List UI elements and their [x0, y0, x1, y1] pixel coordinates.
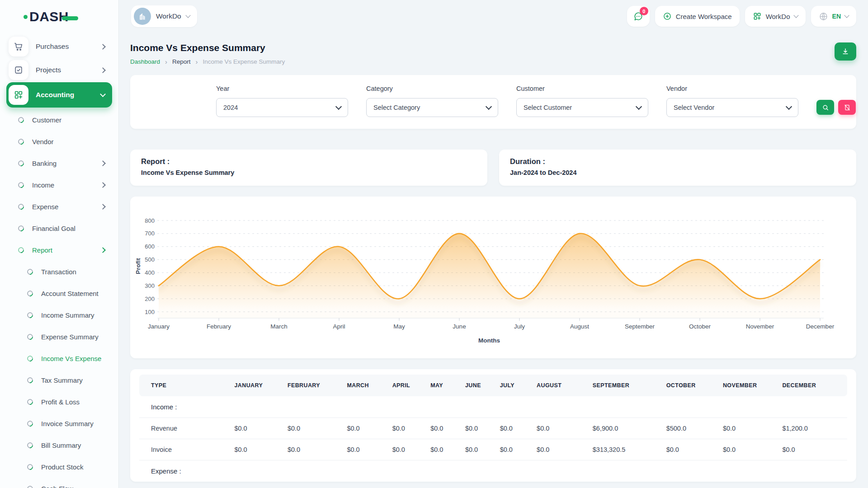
- sidebar-item-expense[interactable]: Expense: [6, 196, 112, 217]
- column-header-november: NOVEMBER: [718, 375, 778, 396]
- value-cell: $0.0: [495, 439, 532, 460]
- value-cell: $0.0: [718, 439, 778, 460]
- sidebar-item-bill-summary[interactable]: Bill Summary: [6, 435, 112, 455]
- report-card-title: Report :: [141, 157, 476, 166]
- sidebar-item-label: Tax Summary: [41, 376, 83, 384]
- y-axis-title: Profit: [135, 258, 142, 274]
- plus-circle-icon: [663, 12, 672, 21]
- breadcrumb-report[interactable]: Report: [172, 58, 191, 65]
- bullet-icon: [26, 267, 34, 276]
- value-cell: $0.0: [283, 418, 343, 439]
- search-icon: [822, 104, 829, 111]
- sidebar-item-label: Vendor: [32, 138, 54, 145]
- column-header-may: MAY: [426, 375, 461, 396]
- vendor-select-value: Select Vendor: [674, 104, 714, 111]
- value-cell: $0.0: [718, 418, 778, 439]
- sidebar-item-income-summary[interactable]: Income Summary: [6, 305, 112, 325]
- value-cell: $0.0: [426, 418, 461, 439]
- bullet-icon: [17, 181, 25, 189]
- sidebar-item-banking[interactable]: Banking: [6, 153, 112, 174]
- vendor-select[interactable]: Select Vendor: [666, 98, 798, 117]
- duration-card: Duration : Jan-2024 to Dec-2024: [499, 150, 856, 186]
- reset-filter-button[interactable]: [838, 100, 856, 115]
- sidebar-item-account-statement[interactable]: Account Statement: [6, 283, 112, 304]
- sidebar-item-customer[interactable]: Customer: [6, 109, 112, 130]
- y-tick-label: 300: [145, 282, 155, 289]
- sidebar-item-accounting[interactable]: Accounting: [6, 82, 112, 108]
- sidebar-item-transaction[interactable]: Transaction: [6, 261, 112, 282]
- column-header-april: APRIL: [388, 375, 426, 396]
- table-section-row-expense: Expense :: [139, 460, 847, 482]
- sidebar-item-invoice-summary[interactable]: Invoice Summary: [6, 413, 112, 434]
- duration-card-value: Jan-2024 to Dec-2024: [510, 169, 845, 176]
- sidebar-item-report[interactable]: Report: [6, 239, 112, 260]
- customer-select[interactable]: Select Customer: [516, 98, 648, 117]
- sidebar-item-projects[interactable]: Projects: [6, 59, 112, 81]
- chevron-down-icon: [793, 13, 798, 18]
- grid-plus-icon: [9, 85, 28, 105]
- sidebar-item-vendor[interactable]: Vendor: [6, 131, 112, 152]
- category-label: Category: [366, 85, 498, 92]
- profit-area-chart: 800700600500400300200100JanuaryFebruaryM…: [134, 206, 837, 355]
- value-cell: $0.0: [230, 418, 283, 439]
- bullet-icon: [26, 441, 34, 449]
- year-select[interactable]: 2024: [216, 98, 348, 117]
- y-tick-label: 700: [145, 230, 155, 237]
- sidebar-nav: PurchasesProjectsAccountingCustomerVendo…: [0, 35, 118, 488]
- sidebar-item-income[interactable]: Income: [6, 174, 112, 195]
- bullet-icon: [26, 419, 34, 427]
- breadcrumb-current: Income Vs Expense Summary: [203, 58, 285, 65]
- download-button[interactable]: [835, 42, 856, 61]
- file-slash-icon: [844, 104, 851, 111]
- sidebar-item-tax-summary[interactable]: Tax Summary: [6, 370, 112, 390]
- sidebar-item-expense-summary[interactable]: Expense Summary: [6, 326, 112, 347]
- category-select[interactable]: Select Category: [366, 98, 498, 117]
- sidebar-item-purchases[interactable]: Purchases: [6, 35, 112, 58]
- language-selector[interactable]: EN: [811, 6, 856, 27]
- account-menu-button[interactable]: WorkDo: [745, 6, 806, 27]
- messages-button[interactable]: 0: [627, 6, 650, 27]
- year-select-value: 2024: [223, 104, 238, 111]
- sidebar-item-income-vs-expense[interactable]: Income Vs Expense: [6, 348, 112, 369]
- sidebar-item-label: Expense: [32, 203, 58, 211]
- chevron-down-icon: [100, 91, 106, 97]
- create-workspace-button[interactable]: Create Workspace: [655, 6, 740, 27]
- x-axis-title: Months: [478, 337, 500, 344]
- customer-label: Customer: [516, 85, 648, 92]
- sidebar-item-product-stock[interactable]: Product Stock: [6, 456, 112, 477]
- x-tick-label: November: [746, 323, 774, 330]
- sidebar-item-label: Income Summary: [41, 311, 94, 319]
- sidebar-item-financial-goal[interactable]: Financial Goal: [6, 218, 112, 239]
- apply-filter-button[interactable]: [816, 100, 834, 115]
- x-tick-label: June: [453, 323, 466, 330]
- bullet-icon: [17, 137, 25, 145]
- app-root: DASH PurchasesProjectsAccountingCustomer…: [0, 0, 868, 488]
- sidebar-item-label: Account Statement: [41, 290, 99, 297]
- x-tick-label: August: [570, 323, 589, 330]
- chevron-down-icon: [185, 13, 190, 18]
- chevron-right-icon: [100, 247, 106, 253]
- category-select-value: Select Category: [373, 104, 420, 111]
- value-cell: $0.0: [426, 439, 461, 460]
- value-cell: $0.0: [662, 439, 718, 460]
- x-tick-label: May: [393, 323, 405, 330]
- column-header-december: DECEMBER: [778, 375, 847, 396]
- sidebar-item-cash-flow[interactable]: Cash Flow: [6, 478, 112, 488]
- sidebar-item-label: Bill Summary: [41, 441, 81, 449]
- sidebar-item-label: Accounting: [36, 91, 74, 99]
- bullet-icon: [26, 333, 34, 341]
- row-type-cell: Revenue: [139, 418, 230, 439]
- workspace-selector[interactable]: WorkDo: [131, 5, 197, 27]
- content: Income Vs Expense Summary Dashboard › Re…: [118, 29, 868, 488]
- sidebar-item-label: Purchases: [36, 42, 69, 51]
- breadcrumb-dashboard[interactable]: Dashboard: [130, 58, 160, 65]
- bullet-icon: [26, 463, 34, 471]
- sidebar-item-profit-loss[interactable]: Profit & Loss: [6, 391, 112, 412]
- value-cell: $0.0: [461, 439, 495, 460]
- vendor-label: Vendor: [666, 85, 798, 92]
- bullet-icon: [26, 289, 34, 297]
- report-card: Report : Income Vs Expense Summary: [130, 150, 487, 186]
- sidebar-item-label: Income Vs Expense: [41, 355, 101, 362]
- app-logo[interactable]: DASH: [24, 9, 118, 24]
- value-cell: $0.0: [283, 439, 343, 460]
